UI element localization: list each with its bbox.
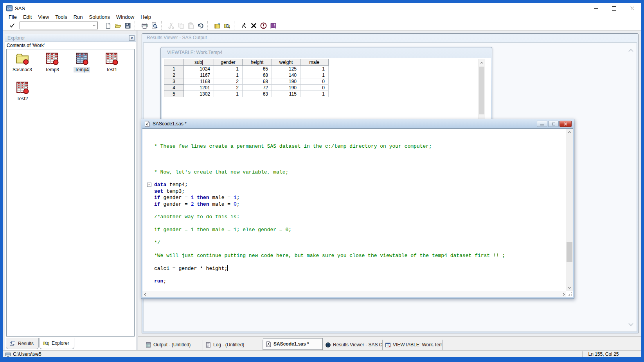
viewtable-cell[interactable]: 0 <box>300 78 329 85</box>
viewtable-cell[interactable]: 115 <box>272 91 300 97</box>
viewtable-cell[interactable]: 1 <box>214 66 243 72</box>
viewtable-cell[interactable]: 1 <box>300 66 329 72</box>
scroll-up-icon[interactable] <box>479 60 485 65</box>
editor-maximize-button[interactable] <box>548 121 559 127</box>
viewtable-cell[interactable]: 190 <box>272 85 300 91</box>
cut-icon[interactable] <box>166 21 176 30</box>
menu-solutions[interactable]: Solutions <box>86 14 113 20</box>
explorer-item-test2[interactable]: Test2 <box>7 81 37 110</box>
code-editor-area[interactable]: * These few lines create a permanent SAS… <box>142 129 566 291</box>
help-icon[interactable]: ? <box>268 21 278 30</box>
editor-vertical-scrollbar[interactable] <box>566 129 573 291</box>
scroll-up-icon[interactable] <box>629 47 633 54</box>
close-button[interactable] <box>623 3 641 13</box>
menu-view[interactable]: View <box>35 14 52 20</box>
chevron-down-icon[interactable] <box>91 22 97 29</box>
viewtable-cell[interactable]: 1302 <box>184 91 214 97</box>
undo-icon[interactable] <box>196 21 205 30</box>
explorer-icon[interactable] <box>222 21 232 30</box>
panel-tab-results[interactable]: Results <box>6 338 39 349</box>
viewtable-cell[interactable]: 2 <box>214 85 243 91</box>
viewtable-cell[interactable]: 63 <box>243 91 272 97</box>
new-document-icon[interactable] <box>103 21 113 30</box>
explorer-item-test1[interactable]: Test1 <box>97 52 126 81</box>
menu-edit[interactable]: Edit <box>20 14 35 20</box>
viewtable-cell[interactable]: 140 <box>272 72 300 78</box>
explorer-item-temp4[interactable]: Temp4 <box>67 52 97 81</box>
row-number-cell[interactable]: 1 <box>164 66 184 72</box>
scroll-up-icon[interactable] <box>566 129 573 135</box>
editor-window[interactable]: SAScode1.sas * * These few lines create … <box>141 119 574 299</box>
viewtable-cell[interactable]: 1201 <box>184 85 214 91</box>
command-input[interactable] <box>20 22 90 29</box>
viewtable-cell[interactable]: 1167 <box>184 72 214 78</box>
explorer-item-sasmac3[interactable]: Sasmac3 <box>7 52 37 81</box>
print-preview-icon[interactable] <box>149 21 159 30</box>
minimize-button[interactable] <box>587 3 605 13</box>
viewtable-column-male[interactable]: male <box>300 59 329 66</box>
viewtable-cell[interactable]: 1024 <box>184 66 214 72</box>
main-titlebar: SAS SAS <box>3 3 641 13</box>
editor-close-button[interactable] <box>559 121 572 127</box>
panel-tab-explorer[interactable]: Explorer <box>40 338 74 349</box>
row-number-cell[interactable]: 2 <box>164 72 184 78</box>
menu-window[interactable]: Window <box>113 14 137 20</box>
viewtable-cell[interactable]: 1168 <box>184 78 214 85</box>
viewtable-cell[interactable]: 2 <box>214 78 243 85</box>
fold-toggle-icon[interactable]: − <box>147 183 151 187</box>
viewtable-cell[interactable]: 68 <box>243 78 272 85</box>
viewtable-cell[interactable]: 1 <box>300 72 329 78</box>
viewtable-cell[interactable]: 0 <box>300 85 329 91</box>
window-tab-log-untitled[interactable]: Log - (Untitled) <box>203 340 263 350</box>
save-icon[interactable] <box>123 21 133 30</box>
resize-grip-icon[interactable] <box>567 291 572 297</box>
explorer-close-button[interactable]: x <box>129 35 135 41</box>
window-tab-sascode1-sas[interactable]: SAScode1.sas * <box>263 338 323 350</box>
viewtable-column-height[interactable]: height <box>243 59 272 66</box>
viewtable-column-subj[interactable]: subj <box>184 59 214 66</box>
window-tab-viewtable-work-temp4[interactable]: VIEWTABLE: Work.Temp4 <box>383 340 443 350</box>
viewtable-corner-cell[interactable] <box>164 59 184 66</box>
viewtable-cell[interactable]: 125 <box>272 66 300 72</box>
window-tab-output-untitled[interactable]: Output - (Untitled) <box>143 340 203 350</box>
viewtable-column-gender[interactable]: gender <box>214 59 243 66</box>
row-number-cell[interactable]: 3 <box>164 78 184 85</box>
editor-titlebar[interactable]: SAScode1.sas * <box>141 119 574 129</box>
menu-run[interactable]: Run <box>70 14 86 20</box>
editor-minimize-button[interactable] <box>537 121 547 127</box>
viewtable-cell[interactable]: 190 <box>272 78 300 85</box>
scroll-down-icon[interactable] <box>629 320 633 328</box>
scroll-right-icon[interactable] <box>560 291 566 297</box>
copy-icon[interactable] <box>176 21 186 30</box>
viewtable-cell[interactable]: 1 <box>214 72 243 78</box>
viewtable-cell[interactable]: 65 <box>243 66 272 72</box>
viewtable-cell[interactable]: 1 <box>300 91 329 97</box>
panel-splitter[interactable] <box>136 31 138 350</box>
menu-file[interactable]: File <box>5 14 20 20</box>
scroll-down-icon[interactable] <box>566 284 573 291</box>
viewtable-cell[interactable]: 68 <box>243 72 272 78</box>
viewtable-column-weight[interactable]: weight <box>272 59 300 66</box>
scroll-left-icon[interactable] <box>142 291 149 297</box>
scrollbar-thumb[interactable] <box>479 67 484 114</box>
menu-tools[interactable]: Tools <box>52 14 70 20</box>
maximize-button[interactable] <box>605 3 623 13</box>
command-box[interactable] <box>20 22 98 29</box>
command-check-icon[interactable] <box>7 22 17 29</box>
print-icon[interactable] <box>140 21 149 30</box>
viewtable-cell[interactable]: 72 <box>243 85 272 91</box>
open-icon[interactable] <box>113 21 123 30</box>
scrollbar-thumb[interactable] <box>567 242 572 262</box>
viewtable-cell[interactable]: 1 <box>214 91 243 97</box>
explorer-item-temp3[interactable]: Temp3 <box>37 52 67 81</box>
editor-horizontal-scrollbar[interactable] <box>142 291 566 297</box>
menu-help[interactable]: Help <box>137 14 154 20</box>
submit-icon[interactable] <box>239 21 249 30</box>
row-number-cell[interactable]: 5 <box>164 91 184 97</box>
row-number-cell[interactable]: 4 <box>164 85 184 91</box>
break-icon[interactable] <box>249 21 259 30</box>
new-library-icon[interactable] <box>212 21 222 30</box>
window-tab-results-viewer-sas-ou[interactable]: Results Viewer - SAS Ou... <box>323 340 383 350</box>
paste-icon[interactable] <box>186 21 196 30</box>
interrupt-icon[interactable] <box>259 21 268 30</box>
